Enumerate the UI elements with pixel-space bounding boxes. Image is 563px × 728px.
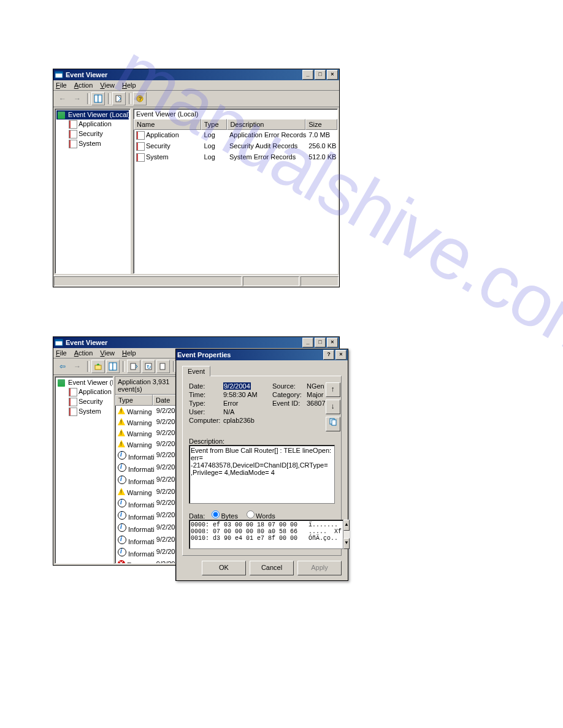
label-description: Description: <box>189 438 335 445</box>
label-category: Category: <box>272 391 307 398</box>
minimize-button[interactable]: _ <box>302 70 313 80</box>
scroll-down-button[interactable]: ▼ <box>343 538 350 549</box>
close-button[interactable]: × <box>335 350 347 360</box>
table-row[interactable]: ApplicationLogApplication Error Records7… <box>134 130 337 141</box>
cancel-button[interactable]: Cancel <box>250 561 294 575</box>
table-row[interactable]: Information9/2/2004 <box>115 474 182 487</box>
table-row[interactable]: Error9/2/2004 <box>115 559 182 564</box>
col-type[interactable]: Type <box>201 119 228 130</box>
info-icon <box>118 476 126 484</box>
log-icon <box>69 120 77 129</box>
export-button[interactable] <box>112 92 126 105</box>
back-button[interactable]: ← <box>56 92 69 105</box>
tree-root[interactable]: Event Viewer (Local) <box>56 378 112 387</box>
svg-rect-11 <box>113 363 117 370</box>
tree-item[interactable]: Application <box>67 387 112 397</box>
description-textbox[interactable]: Event from Blue Call Router[] : TELE lin… <box>189 445 335 504</box>
table-row[interactable]: Information9/2/2004 <box>115 462 182 474</box>
table-row[interactable]: Warning9/2/2004 <box>115 487 182 498</box>
radio-words[interactable] <box>247 510 255 518</box>
ok-button[interactable]: OK <box>202 561 246 575</box>
forward-button[interactable]: → <box>71 360 84 373</box>
svg-rect-19 <box>332 420 336 425</box>
menu-view[interactable]: View <box>100 82 115 89</box>
close-button[interactable]: × <box>327 70 338 80</box>
log-icon <box>69 140 77 148</box>
help-button[interactable]: ? <box>323 350 334 360</box>
tree-item[interactable]: Security <box>67 129 129 139</box>
menu-view[interactable]: View <box>100 349 115 357</box>
tree-item[interactable]: System <box>67 407 112 417</box>
info-icon <box>118 511 126 520</box>
table-row[interactable]: SystemLogSystem Error Records512.0 KB <box>134 152 337 163</box>
hex-scrollbar[interactable]: ▲ ▼ <box>343 520 350 549</box>
table-row[interactable]: Information9/2/2004 <box>115 534 182 547</box>
menu-help[interactable]: Help <box>122 82 136 89</box>
col-desc[interactable]: Description <box>227 119 305 130</box>
maximize-button[interactable]: □ <box>315 338 326 347</box>
tree-view[interactable]: Event Viewer (Local) ApplicationSecurity… <box>55 108 131 274</box>
titlebar[interactable]: Event Viewer _ □ × <box>53 337 339 348</box>
table-row[interactable]: Information9/2/2004 <box>115 450 182 462</box>
menu-file[interactable]: File <box>56 349 67 357</box>
table-row[interactable]: Warning9/2/2004 <box>115 439 182 450</box>
export-button[interactable] <box>156 360 170 373</box>
copy-button[interactable] <box>326 417 340 431</box>
label-user: User: <box>189 408 223 415</box>
hex-textbox[interactable]: 0000: ef 03 00 00 18 07 00 00 ï....... 0… <box>189 520 343 549</box>
tree-item[interactable]: Application <box>67 119 129 129</box>
prev-event-button[interactable]: ↑ <box>326 382 340 397</box>
value-time: 9:58:30 AM <box>223 391 272 398</box>
col-type[interactable]: Type <box>115 395 153 406</box>
list-view[interactable]: Application 3,931 event(s) Type Date War… <box>115 376 182 564</box>
next-event-button[interactable]: ↓ <box>326 400 340 414</box>
svg-rect-12 <box>131 363 136 370</box>
forward-button[interactable]: → <box>71 92 84 105</box>
svg-text:↻: ↻ <box>147 364 151 370</box>
properties-button[interactable] <box>106 360 120 373</box>
menu-file[interactable]: File <box>56 82 67 89</box>
table-row[interactable]: Information9/2/2004 <box>115 498 182 510</box>
up-button[interactable] <box>91 360 105 373</box>
table-row[interactable]: SecurityLogSecurity Audit Records256.0 K… <box>134 141 337 152</box>
label-type: Type: <box>189 400 223 407</box>
table-row[interactable]: Warning9/2/2004 <box>115 428 182 439</box>
apply-button[interactable]: Apply <box>297 561 342 575</box>
menu-action[interactable]: Action <box>74 349 93 357</box>
table-row[interactable]: Warning9/2/2004 <box>115 406 182 417</box>
col-size[interactable]: Size <box>305 119 337 130</box>
svg-rect-2 <box>94 95 98 102</box>
tree-item[interactable]: System <box>67 139 129 149</box>
refresh-button[interactable]: ↻ <box>142 360 155 373</box>
table-row[interactable]: Information9/2/2004 <box>115 522 182 534</box>
properties2-button[interactable] <box>127 360 140 373</box>
label-data: Data: <box>189 512 205 520</box>
menu-action[interactable]: Action <box>74 82 93 89</box>
menu-help[interactable]: Help <box>122 349 136 357</box>
minimize-button[interactable]: _ <box>302 338 313 347</box>
table-row[interactable]: Information9/2/2004 <box>115 547 182 559</box>
back-button[interactable]: ⇦ <box>56 360 69 373</box>
properties-button[interactable] <box>91 92 105 105</box>
tree-item[interactable]: Security <box>67 397 112 407</box>
list-view[interactable]: Event Viewer (Local) Name Type Descripti… <box>133 108 338 274</box>
maximize-button[interactable]: □ <box>315 70 326 80</box>
warn-icon <box>118 418 125 425</box>
tab-event[interactable]: Event <box>182 366 210 376</box>
event-properties-dialog: Event Properties ? × Event Date: 9/2/200… <box>175 349 348 581</box>
scroll-up-button[interactable]: ▲ <box>343 520 350 531</box>
label-computer: Computer: <box>189 417 223 424</box>
label-time: Time: <box>189 391 223 398</box>
col-name[interactable]: Name <box>134 119 201 130</box>
titlebar[interactable]: Event Viewer _ □ × <box>53 69 339 80</box>
dialog-titlebar[interactable]: Event Properties ? × <box>176 349 348 360</box>
table-row[interactable]: Warning9/2/2004 <box>115 417 182 428</box>
tree-root[interactable]: Event Viewer (Local) <box>56 110 129 119</box>
tab-panel: Date: 9/2/2004 Source: NGen Time: 9:58:3… <box>182 376 342 556</box>
tree-view[interactable]: Event Viewer (Local) ApplicationSecurity… <box>55 376 113 564</box>
help-button[interactable]: ? <box>133 92 147 105</box>
radio-bytes[interactable] <box>212 510 220 518</box>
tree-root-label: Event Viewer (Local) <box>68 111 130 118</box>
close-button[interactable]: × <box>327 338 338 347</box>
table-row[interactable]: Information9/2/2004 <box>115 510 182 522</box>
